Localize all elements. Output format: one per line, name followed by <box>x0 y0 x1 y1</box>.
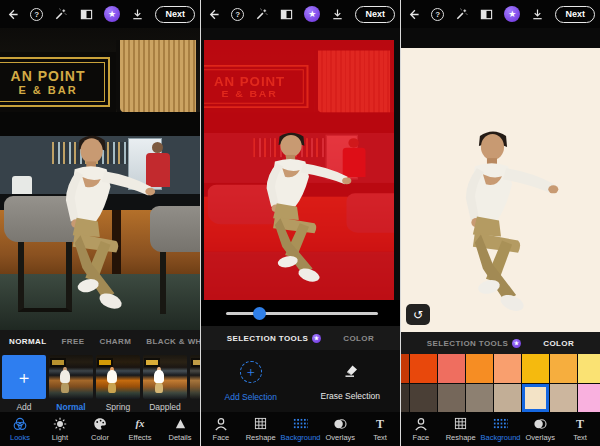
editor-bottom-nav: Looks Light Color fx Effects <box>0 412 200 446</box>
color-swatch[interactable] <box>410 354 437 383</box>
next-button[interactable]: Next <box>555 6 595 23</box>
color-swatch-selected[interactable] <box>522 384 549 412</box>
nav-background[interactable]: Background <box>281 417 319 442</box>
nav-label: Face <box>413 433 430 442</box>
nav-overlays[interactable]: Overlays <box>521 417 559 442</box>
color-swatch[interactable] <box>522 354 549 383</box>
back-icon[interactable] <box>206 7 221 22</box>
tab-charm[interactable]: CHARM <box>99 337 131 346</box>
magic-wand-icon[interactable] <box>454 7 469 22</box>
premium-star-button[interactable]: ★ <box>104 6 120 22</box>
slider-track[interactable] <box>226 312 378 315</box>
tab-label: COLOR <box>543 339 574 348</box>
nav-label: Background <box>480 433 520 442</box>
nav-text[interactable]: T Text <box>561 417 599 442</box>
bar-sign-line1: AN POINT <box>11 68 86 84</box>
premium-star-button[interactable]: ★ <box>504 6 520 22</box>
nav-background[interactable]: Background <box>481 417 519 442</box>
nav-reshape[interactable]: Reshape <box>242 417 280 442</box>
filter-thumbnail[interactable] <box>96 355 140 399</box>
reshape-grid-icon <box>253 417 268 431</box>
nav-overlays[interactable]: Overlays <box>321 417 359 442</box>
nav-label: Background <box>280 433 320 442</box>
nav-label: Face <box>213 433 230 442</box>
color-swatch[interactable] <box>550 384 577 412</box>
subject-man <box>234 131 354 286</box>
tab-selection-tools[interactable]: SELECTION TOOLS ★ <box>227 334 321 343</box>
photo-scene-red: AN POINT E & BAR <box>204 40 394 300</box>
compare-icon[interactable] <box>279 7 294 22</box>
filter-autumn[interactable]: Autu <box>190 355 200 412</box>
light-icon <box>53 417 68 431</box>
add-look-button[interactable]: ＋ <box>2 355 46 399</box>
nav-text[interactable]: T Text <box>361 417 399 442</box>
filter-thumbnail[interactable] <box>190 355 200 399</box>
color-swatch[interactable] <box>578 354 600 383</box>
overlays-icon <box>533 417 548 431</box>
looks-category-tabs: NORMAL FREE CHARM BLACK & WHITE WHIT <box>0 330 200 352</box>
color-swatch[interactable] <box>438 354 465 383</box>
filter-thumbnail[interactable] <box>143 355 187 399</box>
download-icon[interactable] <box>330 7 345 22</box>
filter-dappled[interactable]: Dappled <box>143 355 187 412</box>
color-swatch[interactable] <box>410 384 437 412</box>
color-swatch[interactable] <box>494 354 521 383</box>
help-icon[interactable]: ? <box>431 8 444 21</box>
face-icon <box>413 417 428 431</box>
color-swatch[interactable] <box>438 384 465 412</box>
nav-effects[interactable]: fx Effects <box>121 417 159 442</box>
tab-selection-tools[interactable]: SELECTION TOOLS ★ <box>427 339 521 348</box>
selection-canvas[interactable]: AN POINT E & BAR <box>204 40 394 300</box>
color-swatch[interactable] <box>400 384 409 412</box>
nav-reshape[interactable]: Reshape <box>442 417 480 442</box>
background-mode-tabs: SELECTION TOOLS ★ COLOR <box>401 332 600 354</box>
slider-handle[interactable] <box>253 307 266 320</box>
color-swatch[interactable] <box>400 354 409 383</box>
color-swatch[interactable] <box>578 384 600 412</box>
nav-color[interactable]: Color <box>81 417 119 442</box>
nav-details[interactable]: Details <box>161 417 199 442</box>
erase-selection-button[interactable]: Erase Selection <box>301 350 401 412</box>
nav-light[interactable]: Light <box>41 417 79 442</box>
compare-icon[interactable] <box>479 7 494 22</box>
photo-canvas: AN POINT E & BAR <box>0 28 200 330</box>
filter-normal[interactable]: Normal <box>49 355 93 412</box>
undo-button[interactable]: ↺ <box>406 304 430 325</box>
filter-thumbnail[interactable] <box>49 355 93 399</box>
color-swatch[interactable] <box>466 354 493 383</box>
tab-color[interactable]: COLOR <box>343 334 374 343</box>
details-triangle-icon <box>173 417 188 431</box>
back-icon[interactable] <box>5 7 20 22</box>
background-dots-icon <box>493 417 508 431</box>
compare-icon[interactable] <box>79 7 94 22</box>
back-icon[interactable] <box>406 7 421 22</box>
wood-slat-panel <box>116 40 196 118</box>
nav-label: Text <box>373 433 387 442</box>
magic-wand-icon[interactable] <box>254 7 269 22</box>
nav-face[interactable]: Face <box>402 417 440 442</box>
text-icon: T <box>373 417 388 431</box>
magic-wand-icon[interactable] <box>53 7 68 22</box>
tab-normal[interactable]: NORMAL <box>9 337 47 346</box>
help-icon[interactable]: ? <box>231 8 244 21</box>
next-button[interactable]: Next <box>355 6 395 23</box>
next-button[interactable]: Next <box>155 6 195 23</box>
help-icon[interactable]: ? <box>30 8 43 21</box>
download-icon[interactable] <box>130 7 145 22</box>
tab-black-and-white[interactable]: BLACK & WHITE <box>146 337 200 346</box>
nav-label: Effects <box>129 433 152 442</box>
filter-spring[interactable]: Spring <box>96 355 140 412</box>
premium-star-button[interactable]: ★ <box>304 6 320 22</box>
color-swatch[interactable] <box>466 384 493 412</box>
download-icon[interactable] <box>530 7 545 22</box>
filter-add[interactable]: ＋ Add <box>2 355 46 412</box>
color-swatch[interactable] <box>550 354 577 383</box>
tab-free[interactable]: FREE <box>62 337 85 346</box>
selection-actions: ＋ Add Selection Erase Selection <box>201 350 400 412</box>
nav-face[interactable]: Face <box>202 417 240 442</box>
color-swatch[interactable] <box>494 384 521 412</box>
eraser-icon <box>341 361 360 382</box>
tab-color[interactable]: COLOR <box>543 339 574 348</box>
nav-looks[interactable]: Looks <box>1 417 39 442</box>
add-selection-button[interactable]: ＋ Add Selection <box>201 350 301 412</box>
